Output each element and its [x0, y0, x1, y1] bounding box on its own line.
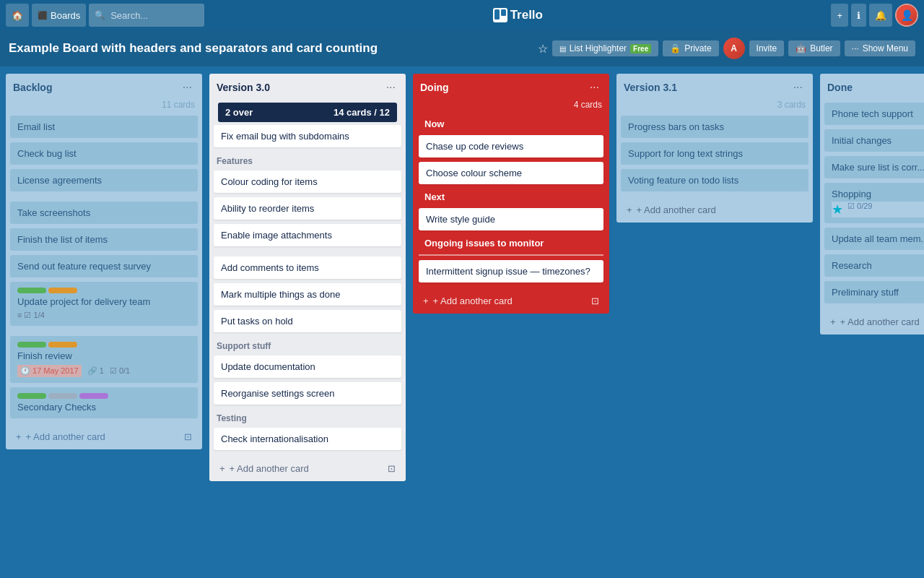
- invite-button[interactable]: Invite: [749, 40, 785, 56]
- section-next: Next: [419, 189, 603, 205]
- card-image-attach[interactable]: Enable image attachments: [214, 224, 401, 246]
- search-input[interactable]: [89, 4, 204, 27]
- card-progress-bars[interactable]: Progress bars on tasks: [621, 116, 808, 138]
- butler-button[interactable]: 🤖 Butler: [788, 40, 840, 56]
- card-update-team[interactable]: Update all team mem...: [824, 228, 924, 250]
- boards-label: Boards: [51, 10, 80, 21]
- card-reorganise[interactable]: Reorganise settings screen: [214, 382, 401, 405]
- card-mark-done[interactable]: Mark multiple things as done: [214, 283, 401, 306]
- list-cards-doing: Now Chase up code reviews Choose colour …: [413, 113, 609, 290]
- card-finish-list[interactable]: Finish the list of items: [10, 228, 198, 251]
- card-research[interactable]: Research: [824, 254, 924, 277]
- add-card-v30[interactable]: + + Add another card ⊡: [212, 459, 403, 478]
- card-tasks-hold[interactable]: Put tasks on hold: [214, 310, 401, 332]
- archive-icon: ⊡: [388, 463, 396, 474]
- meta-attach: 🔗 1: [87, 366, 104, 376]
- list-header-v31: Version 3.1 ···: [616, 74, 813, 100]
- add-card-backlog[interactable]: + + Add another card ⊡: [9, 427, 199, 447]
- list-menu-doing[interactable]: ···: [587, 79, 602, 95]
- card-long-text[interactable]: Support for long text strings: [621, 142, 808, 165]
- notifications-button[interactable]: 🔔: [869, 4, 892, 27]
- card-preliminary[interactable]: Preliminary stuff: [824, 281, 924, 303]
- list-highlighter-button[interactable]: ▤ List Highlighter Free: [552, 40, 659, 56]
- card-update-project[interactable]: Update project for delivery team ≡ ☑ 1/4: [10, 282, 198, 326]
- list-version30: Version 3.0 ··· 2 over 14 cards / 12 Fix…: [209, 74, 406, 481]
- boards-button[interactable]: ⬛ Boards: [32, 4, 86, 27]
- private-label: Private: [684, 43, 711, 53]
- info-button[interactable]: ℹ: [851, 4, 866, 27]
- card-chase-reviews[interactable]: Chase up code reviews: [419, 135, 603, 158]
- card-text: Finish review: [17, 350, 72, 361]
- card-style-guide[interactable]: Write style guide: [419, 208, 603, 230]
- card-text: Enable image attachments: [221, 230, 332, 241]
- list-menu-v31[interactable]: ···: [790, 79, 806, 95]
- private-button[interactable]: 🔒 Private: [663, 40, 718, 56]
- label-gray: [48, 393, 77, 399]
- card-license[interactable]: License agreements: [10, 169, 198, 191]
- cards-label: 14 cards / 12: [334, 107, 390, 118]
- list-cards-backlog: Email list Check bug list License agreem…: [6, 113, 202, 426]
- section-testing: Testing: [214, 409, 401, 426]
- card-reorder[interactable]: Ability to reorder items: [214, 197, 401, 220]
- card-text: Choose colour scheme: [426, 168, 522, 178]
- add-card-doing[interactable]: + + Add another card ⊡: [416, 291, 606, 311]
- card-voting[interactable]: Voting feature on todo lists: [621, 169, 808, 191]
- card-colour-coding[interactable]: Colour coding for items: [214, 171, 401, 193]
- list-menu-v30[interactable]: ···: [383, 79, 398, 95]
- board-member-avatar[interactable]: A: [723, 38, 745, 59]
- card-signup-issue[interactable]: Intermittent signup issue — timezones?: [419, 260, 603, 282]
- add-icon: +: [219, 463, 225, 474]
- card-make-sure[interactable]: Make sure list is corr...: [824, 156, 924, 178]
- add-icon: +: [16, 431, 22, 442]
- section-now: Now: [419, 116, 603, 132]
- card-text: Put tasks on hold: [221, 316, 293, 327]
- card-text: Progress bars on tasks: [628, 121, 724, 132]
- list-header-v30: Version 3.0 ···: [209, 74, 406, 100]
- card-secondary-checks[interactable]: Secondary Checks: [10, 387, 198, 418]
- board-title: Example Board with headers and separator…: [9, 41, 531, 56]
- list-backlog: Backlog ··· 11 cards Email list Check bu…: [6, 74, 202, 449]
- search-wrapper: 🔍: [89, 4, 204, 27]
- card-initial-changes[interactable]: Initial changes: [824, 129, 924, 152]
- list-title-v30: Version 3.0: [217, 82, 383, 93]
- teal-star: ★: [832, 202, 843, 217]
- card-text: Check internationalisation: [221, 434, 328, 444]
- card-text: Support for long text strings: [628, 148, 743, 159]
- card-colour-scheme[interactable]: Choose colour scheme: [419, 162, 603, 184]
- card-screenshots[interactable]: Take screenshots: [10, 202, 198, 224]
- list-header-doing: Doing ···: [413, 74, 609, 100]
- board-content: Backlog ··· 11 cards Email list Check bu…: [0, 66, 924, 578]
- add-button[interactable]: +: [831, 4, 848, 27]
- card-sub: ★ ☑ 0/29: [832, 202, 924, 217]
- card-text: Send out feature request survey: [17, 261, 151, 272]
- card-check-bug[interactable]: Check bug list: [10, 142, 198, 165]
- card-phone-support[interactable]: Phone tech support: [824, 103, 924, 125]
- card-comments[interactable]: Add comments to items: [214, 256, 401, 279]
- free-badge: Free: [630, 44, 651, 53]
- user-avatar[interactable]: 👤: [895, 4, 918, 27]
- card-text: Write style guide: [426, 214, 495, 225]
- card-finish-review[interactable]: Finish review 🕐 17 May 2017 🔗 1 ☑ 0/1: [10, 336, 198, 383]
- star-button[interactable]: ☆: [538, 42, 548, 56]
- trello-text: Trello: [510, 8, 543, 22]
- archive-icon: ⊡: [591, 296, 599, 306]
- card-internationalisation[interactable]: Check internationalisation: [214, 428, 401, 450]
- list-version31: Version 3.1 ··· 3 cards Progress bars on…: [616, 74, 813, 223]
- card-fix-email-bug[interactable]: Fix email bug with subdomains: [214, 125, 401, 147]
- home-button[interactable]: 🏠: [6, 4, 29, 27]
- card-text: Voting feature on todo lists: [628, 175, 738, 186]
- add-card-v31[interactable]: + + Add another card: [619, 200, 810, 220]
- show-menu-button[interactable]: ··· Show Menu: [845, 40, 915, 56]
- card-shopping[interactable]: Shopping ★ ☑ 0/29: [824, 183, 924, 223]
- card-text: Check bug list: [17, 148, 77, 159]
- butler-label: Butler: [810, 43, 832, 53]
- card-text: Update project for delivery team: [17, 296, 150, 307]
- card-survey[interactable]: Send out feature request survey: [10, 255, 198, 277]
- boards-icon: ⬛: [38, 11, 48, 20]
- card-text: Colour coding for items: [221, 176, 318, 187]
- list-menu-backlog[interactable]: ···: [180, 79, 195, 95]
- card-email-list[interactable]: Email list: [10, 116, 198, 138]
- add-icon: +: [837, 10, 842, 21]
- card-update-docs[interactable]: Update documentation: [214, 355, 401, 378]
- add-card-done[interactable]: + + Add another card: [823, 312, 924, 332]
